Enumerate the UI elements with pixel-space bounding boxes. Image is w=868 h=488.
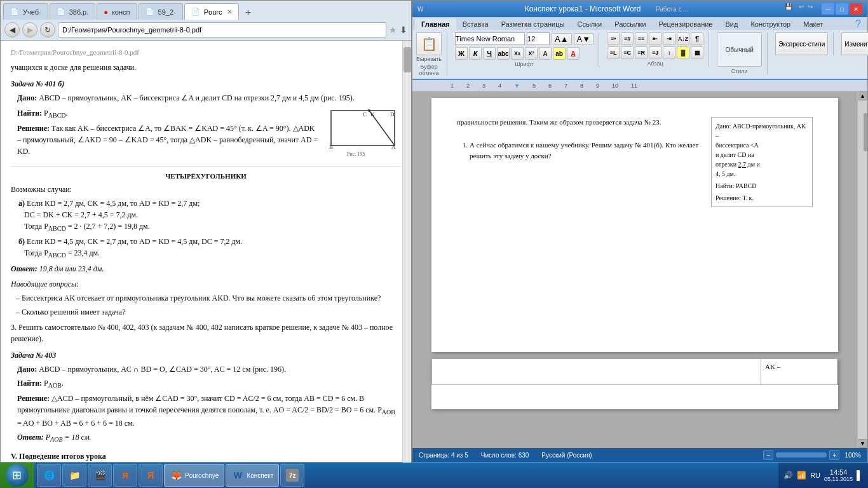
zoom-out-button[interactable]: −	[763, 450, 773, 460]
add-tab-button[interactable]: +	[240, 6, 255, 20]
taskbar-explorer[interactable]: 📁	[62, 464, 86, 487]
start-button[interactable]: ⊞	[0, 463, 34, 488]
align-center-button[interactable]: ≡C	[621, 46, 634, 59]
system-clock[interactable]: 14:54 05.11.2015	[824, 468, 853, 482]
quick-access-save-icon[interactable]: 💾	[785, 3, 792, 15]
close-button[interactable]: ✕	[850, 3, 862, 15]
paragraph-row-2: ≡L ≡C ≡R ≡J ↕ ▓ ▦	[607, 46, 703, 59]
text-effects-button[interactable]: A	[539, 47, 552, 60]
taskbar-7zip[interactable]: 7z	[280, 464, 304, 487]
taskbar-ie[interactable]: 🌐	[37, 464, 61, 487]
browser-tab-4[interactable]: 📄 59_2-	[139, 3, 183, 20]
back-button[interactable]: ◀	[4, 22, 20, 37]
clipboard-sub: Вырезать	[416, 56, 442, 62]
increase-indent-button[interactable]: ⇥	[663, 32, 675, 45]
ribbon-tab-layout[interactable]: Разметка страницы	[495, 18, 571, 30]
browser-tab-2[interactable]: 📄 386.р.	[50, 3, 96, 20]
underline-button[interactable]: Ч	[483, 47, 496, 60]
grow-font-button[interactable]: A▲	[552, 33, 572, 45]
scroll-down-button[interactable]: ▼	[858, 439, 867, 448]
font-size-selector[interactable]	[527, 32, 550, 45]
bullets-button[interactable]: ≡•	[607, 32, 620, 45]
problem403-answer: Ответ: PAOB = 18 см.	[17, 431, 401, 444]
browser-content: D:/Геометрия/Pourochnye_geometrii-8-0.pd…	[1, 41, 411, 488]
clock-time: 14:54	[830, 468, 848, 476]
sort-button[interactable]: A↓Z	[677, 32, 689, 45]
scroll-thumb[interactable]	[864, 113, 868, 151]
yandex-icon: Я	[144, 469, 157, 482]
browser-tab-3[interactable]: ● консп	[97, 3, 137, 20]
sidebar-given-2: биссектриса <A	[715, 140, 808, 150]
scroll-up-button[interactable]: ▲	[858, 92, 867, 100]
network-icon[interactable]: 📶	[797, 471, 806, 480]
ribbon-tab-design[interactable]: Конструктор	[744, 18, 797, 30]
font-color-button[interactable]: A	[567, 47, 580, 60]
address-bar[interactable]	[58, 22, 386, 37]
browser-tab-5[interactable]: 📄 Pourc ✕	[184, 3, 240, 20]
ribbon-tab-view[interactable]: Вид	[719, 18, 745, 30]
subscript-button[interactable]: X₂	[511, 47, 524, 60]
sound-icon[interactable]: 🔊	[783, 471, 793, 480]
taskbar: ⊞ 🌐 📁 🎬 Я Я 🦊 Pourochnye W Конспект 7z �	[0, 463, 868, 488]
word-window: W Конспект урока1 - Microsoft Word Работ…	[412, 0, 868, 463]
show-formatting-button[interactable]: ¶	[691, 32, 703, 45]
bold-button[interactable]: Ж	[455, 47, 468, 60]
justify-button[interactable]: ≡J	[649, 46, 661, 59]
scrollbar-track[interactable]	[402, 41, 411, 488]
pdf-intro: учащихся к доске для решения задачи.	[11, 62, 401, 73]
word-help-icon[interactable]: ?	[851, 18, 865, 30]
quick-access-undo-icon[interactable]: ↩	[799, 3, 804, 15]
ribbon-tab-insert[interactable]: Вставка	[456, 18, 495, 30]
numbering-button[interactable]: ≡#	[621, 32, 634, 45]
ribbon-tab-home[interactable]: Главная	[415, 18, 456, 30]
borders-button[interactable]: ▦	[691, 46, 703, 59]
word-scrollbar[interactable]: ▲ ▼	[857, 92, 867, 448]
change-styles-button[interactable]: Изменить стили	[841, 32, 868, 55]
show-desktop-icon[interactable]: ▌	[857, 470, 863, 480]
taskbar-word[interactable]: W Конспект	[226, 464, 279, 487]
font-selector[interactable]	[455, 32, 525, 45]
zoom-slider[interactable]	[776, 452, 827, 458]
start-orb[interactable]: ⊞	[6, 464, 29, 487]
word-window-buttons: 💾 ↩ ↪ ─ □ ✕	[785, 3, 862, 15]
multilevel-button[interactable]: ≡≡	[635, 32, 648, 45]
decrease-indent-button[interactable]: ⇤	[649, 32, 661, 45]
ribbon-tab-layout2[interactable]: Макет	[797, 18, 829, 30]
express-styles-button[interactable]: Экспресс-стили	[775, 32, 828, 55]
sidebar-given-1: Дано: ABCD-прямоугольник, AK –	[715, 121, 808, 140]
answer: Ответ: 19,8 дм или 23,4 дм.	[11, 263, 401, 274]
download-icon[interactable]: ⬇	[400, 25, 407, 35]
scrollbar-thumb[interactable]	[403, 47, 411, 72]
refresh-button[interactable]: ↻	[40, 22, 55, 37]
line-spacing-button[interactable]: ↕	[663, 46, 675, 59]
highlight-button[interactable]: ab	[553, 47, 566, 60]
browser-scroll-area: D:/Геометрия/Pourochnye_geometrii-8-0.pd…	[1, 41, 411, 488]
ribbon-tab-references[interactable]: Ссылки	[571, 18, 608, 30]
quick-access-redo-icon[interactable]: ↪	[808, 3, 813, 15]
pdf-body: учащихся к доске для решения задачи. Зад…	[11, 62, 401, 489]
superscript-button[interactable]: X²	[525, 47, 538, 60]
tab-close-5[interactable]: ✕	[227, 8, 232, 15]
tab-icon-1: 📄	[10, 8, 19, 16]
taskbar-firefox[interactable]: 🦊 Pourochnye	[164, 464, 224, 487]
shading-button[interactable]: ▓	[677, 46, 689, 59]
align-left-button[interactable]: ≡L	[607, 46, 620, 59]
strikethrough-button[interactable]: аbc	[497, 47, 510, 60]
bookmark-icon[interactable]: ★	[389, 25, 397, 35]
taskbar-media[interactable]: 🎬	[88, 464, 112, 487]
forward-button[interactable]: ▶	[22, 22, 37, 37]
ribbon-tab-mailings[interactable]: Рассылки	[608, 18, 652, 30]
styles-gallery[interactable]: Обычный	[717, 32, 762, 67]
minimize-button[interactable]: ─	[822, 3, 834, 15]
language-indicator[interactable]: RU	[810, 471, 820, 479]
italic-button[interactable]: К	[469, 47, 482, 60]
ribbon-tab-review[interactable]: Рецензирование	[653, 18, 719, 30]
maximize-button[interactable]: □	[836, 3, 848, 15]
browser-tab-1[interactable]: 📄 Учеб-	[3, 3, 48, 20]
paste-button[interactable]: 📋	[416, 32, 442, 55]
taskbar-yandex-browser[interactable]: Я	[113, 464, 137, 487]
shrink-font-button[interactable]: A▼	[574, 33, 594, 45]
align-right-button[interactable]: ≡R	[635, 46, 648, 59]
zoom-in-button[interactable]: +	[829, 450, 839, 460]
taskbar-yandex[interactable]: Я	[139, 464, 163, 487]
